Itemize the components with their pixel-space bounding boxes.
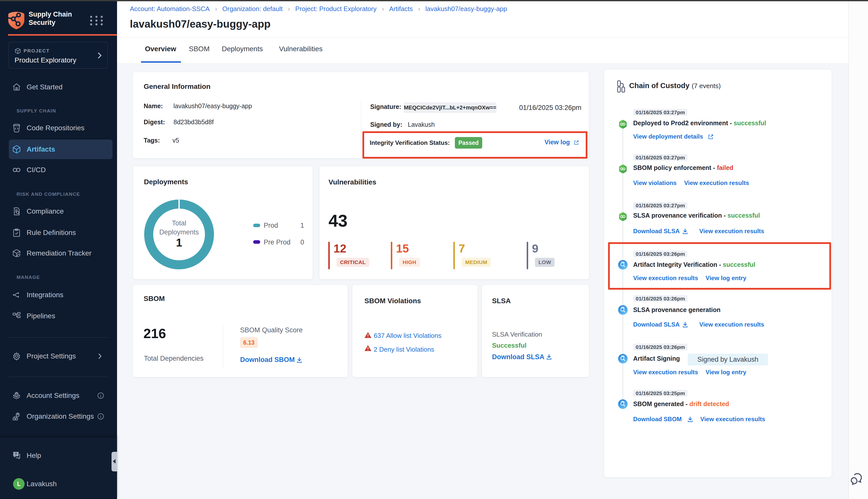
svg-text:?: ? bbox=[15, 452, 17, 456]
